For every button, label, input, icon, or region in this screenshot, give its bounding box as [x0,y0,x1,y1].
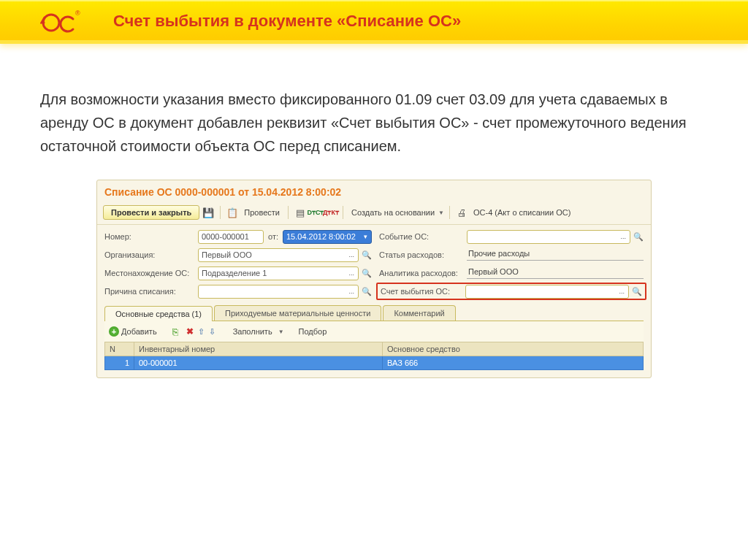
col-os-header[interactable]: Основное средство [383,342,644,356]
tab-content: + Добавить ⎘ ✖ ⇧ ⇩ Заполнить ▼ Подбор N … [104,321,644,370]
date-input[interactable]: 15.04.2012 8:00:02 ▾ [283,230,372,244]
chevron-down-icon[interactable]: ▼ [278,329,284,335]
org-input[interactable]: Первый ООО ... [198,248,359,262]
from-label: от: [264,232,283,241]
post-icon[interactable]: 📋 [226,206,239,219]
analytics-field[interactable]: Первый ООО [467,267,644,279]
event-label: Событие ОС: [379,232,467,241]
svg-text:®: ® [75,9,80,17]
org-label: Организация: [104,250,198,259]
disposal-label: Счет выбытия ОС: [381,287,465,296]
logo-1c: ® [40,7,84,36]
row-os: ВАЗ 666 [383,356,644,370]
slide-header: ® Счет выбытия в документе «Списание ОС» [0,0,748,44]
tabs: Основные средства (1) Приходуемые матери… [97,304,651,321]
report-icon[interactable]: ▤ [294,206,307,219]
reason-label: Причина списания: [104,287,198,296]
print-icon[interactable]: 🖨 [455,206,468,219]
post-and-close-button[interactable]: Провести и закрыть [103,205,199,220]
copy-row-icon[interactable]: ⎘ [169,325,182,338]
form-fields: Номер: 0000-000001 от: 15.04.2012 8:00:0… [97,225,651,304]
drcr-red-icon[interactable]: ДᴛКᴛ [324,206,337,219]
select-icon[interactable]: ... [346,251,356,258]
delete-row-icon[interactable]: ✖ [186,326,194,337]
table-row[interactable]: 1 00-000001 ВАЗ 666 [105,356,644,370]
reason-input[interactable]: ... [198,285,359,299]
select-icon[interactable]: ... [346,288,356,295]
slide-title: Счет выбытия в документе «Списание ОС» [113,12,461,31]
number-label: Номер: [104,232,198,241]
analytics-label: Аналитика расходов: [379,269,467,277]
search-icon[interactable]: 🔍 [359,269,372,278]
number-input[interactable]: 0000-000001 [198,230,264,244]
expense-label: Статья расходов: [379,250,467,259]
add-row-button[interactable]: + Добавить [109,326,157,337]
disposal-account-row: Счет выбытия ОС: ... 🔍 [376,283,646,300]
row-n: 1 [105,356,134,370]
col-n-header[interactable]: N [105,342,134,356]
create-based-button[interactable]: Создать на основании [348,208,438,217]
move-down-icon[interactable]: ⇩ [209,327,215,337]
app-window: Списание ОС 0000-000001 от 15.04.2012 8:… [96,180,652,378]
save-icon[interactable]: 💾 [202,206,215,219]
tab-comment[interactable]: Комментарий [383,305,455,321]
expense-field[interactable]: Прочие расходы [467,249,644,261]
tab-materials[interactable]: Приходуемые материальные ценности [214,305,381,321]
select-icon[interactable]: ... [617,288,627,295]
select-icon[interactable]: ... [346,269,356,277]
post-button[interactable]: Провести [241,208,283,217]
plus-icon: + [109,326,119,337]
event-input[interactable]: ... [467,230,630,244]
document-toolbar: Провести и закрыть 💾 📋 Провести ▤ DᴛCᴛ Д… [97,202,651,225]
slide-body-text: Для возможности указания вместо фиксиров… [0,44,748,180]
row-inv: 00-000001 [134,356,383,370]
move-up-icon[interactable]: ⇧ [198,327,205,337]
calendar-icon[interactable]: ▾ [362,233,370,240]
chevron-down-icon[interactable]: ▼ [438,210,444,216]
col-inv-header[interactable]: Инвентарный номер [134,342,383,356]
document-title: Списание ОС 0000-000001 от 15.04.2012 8:… [97,180,651,202]
search-icon[interactable]: 🔍 [359,250,372,260]
pick-button[interactable]: Подбор [296,327,330,336]
search-icon[interactable]: 🔍 [630,232,644,242]
fill-button[interactable]: Заполнить [230,327,275,336]
tab-toolbar: + Добавить ⎘ ✖ ⇧ ⇩ Заполнить ▼ Подбор [104,321,644,342]
select-icon[interactable]: ... [618,233,628,240]
search-icon[interactable]: 🔍 [629,287,642,296]
print-os4-button[interactable]: ОС-4 (Акт о списании ОС) [470,208,573,217]
assets-table: N Инвентарный номер Основное средство 1 … [104,342,644,370]
location-label: Местонахождение ОС: [104,269,198,277]
tab-fixed-assets[interactable]: Основные средства (1) [104,306,213,321]
search-icon[interactable]: 🔍 [359,287,372,296]
drcr-green-icon[interactable]: DᴛCᴛ [309,206,322,219]
disposal-input[interactable]: ... [465,285,629,299]
location-input[interactable]: Подразделение 1 ... [198,266,359,280]
